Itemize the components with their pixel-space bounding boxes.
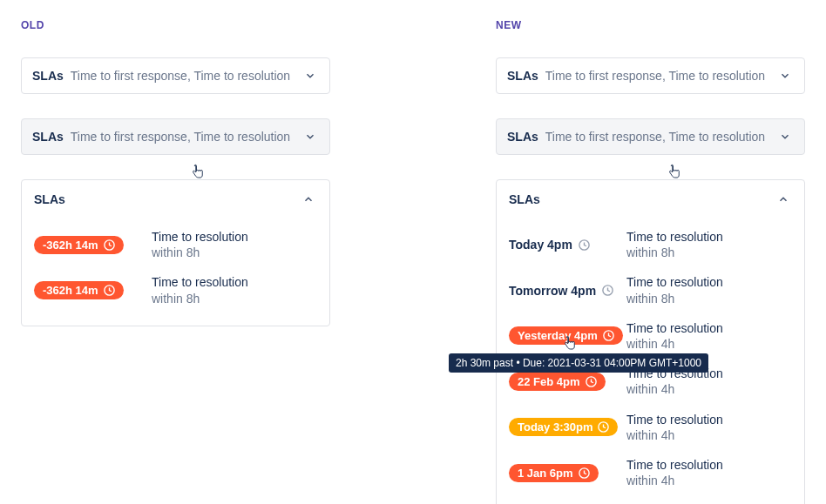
old-sla-field-hover[interactable]: SLAs Time to first response, Time to res… (21, 118, 330, 155)
panel-header[interactable]: SLAs (497, 180, 804, 218)
field-value: Time to first response, Time to resoluti… (545, 69, 776, 83)
chevron-down-icon (301, 67, 319, 84)
field-value: Time to first response, Time to resoluti… (71, 130, 301, 144)
chevron-down-icon (301, 128, 319, 145)
sla-within: within 8h (626, 245, 792, 260)
field-label: SLAs (507, 69, 538, 83)
sla-within: within 8h (152, 291, 317, 306)
clock-icon (103, 284, 116, 297)
chevron-up-icon (300, 191, 317, 208)
clock-icon (103, 239, 116, 252)
old-column: OLD SLAs Time to first response, Time to… (21, 19, 330, 504)
sla-name: Time to resolution (626, 274, 792, 290)
sla-badge: -362h 14m (34, 281, 124, 299)
sla-tooltip: 2h 30m past • Due: 2021-03-31 04:00PM GM… (449, 353, 708, 373)
panel-title: SLAs (509, 192, 540, 206)
sla-badge: -362h 14m (34, 236, 124, 254)
sla-time-plain: Tomorrow 4pm (509, 284, 614, 298)
field-label: SLAs (32, 69, 64, 83)
new-column: NEW SLAs Time to first response, Time to… (496, 19, 805, 504)
new-sla-panel: SLAs Today 4pmTime to resolutionwithin 8… (496, 179, 805, 504)
sla-row[interactable]: 1 Jan 6pmTime to resolutionwithin 4h (509, 450, 792, 495)
sla-row[interactable]: -362h 14mTime to resolutionwithin 8h (34, 267, 317, 312)
old-sla-field-collapsed[interactable]: SLAs Time to first response, Time to res… (21, 57, 330, 94)
field-label: SLAs (32, 130, 64, 144)
clock-icon (602, 329, 615, 342)
chevron-up-icon (775, 191, 792, 208)
panel-header[interactable]: SLAs (22, 180, 329, 218)
sla-name: Time to resolution (626, 412, 792, 427)
new-heading: NEW (496, 19, 805, 31)
sla-name: Time to resolution (152, 274, 317, 290)
field-label: SLAs (507, 130, 538, 144)
old-heading: OLD (21, 19, 330, 31)
sla-within: within 4h (626, 427, 792, 443)
field-value: Time to first response, Time to resoluti… (71, 69, 301, 83)
sla-time-plain: Today 4pm (509, 238, 591, 252)
sla-row[interactable]: Yesterday 4pmTime to resolutionwithin 4h (509, 313, 792, 359)
field-value: Time to first response, Time to resoluti… (545, 130, 776, 144)
sla-name: Time to resolution (626, 457, 792, 473)
clock-icon (578, 239, 591, 252)
clock-icon (578, 467, 591, 480)
sla-badge: Today 3:30pm (509, 418, 618, 436)
sla-within: within 4h (626, 381, 792, 397)
sla-badge: 22 Feb 4pm (509, 373, 606, 391)
chevron-down-icon (776, 67, 794, 84)
sla-name: Time to resolution (626, 320, 792, 336)
sla-row[interactable]: -362h 14mTime to resolutionwithin 8h (34, 222, 317, 267)
sla-row[interactable]: Today 3:30pmTime to resolutionwithin 4h (509, 405, 792, 450)
clock-icon (601, 284, 614, 297)
new-sla-field-hover[interactable]: SLAs Time to first response, Time to res… (496, 118, 805, 155)
sla-name: Time to resolution (626, 229, 792, 245)
sla-within: within 4h (626, 336, 792, 352)
sla-badge: 1 Jan 6pm (509, 464, 599, 482)
panel-title: SLAs (34, 192, 65, 206)
sla-within: within 4h (626, 473, 792, 488)
sla-within: within 8h (152, 245, 317, 260)
panel-body: -362h 14mTime to resolutionwithin 8h-362… (22, 218, 329, 326)
clock-icon (597, 420, 610, 433)
sla-row[interactable]: Tomorrow 4pmTime to resolutionwithin 8h (509, 267, 792, 312)
old-sla-panel: SLAs -362h 14mTime to resolutionwithin 8… (21, 179, 330, 326)
sla-within: within 8h (626, 291, 792, 306)
sla-badge: Yesterday 4pm (509, 326, 623, 345)
sla-row[interactable]: Today 4pmTime to resolutionwithin 8h (509, 222, 792, 267)
sla-name: Time to resolution (152, 229, 317, 245)
chevron-down-icon (776, 128, 794, 145)
clock-icon (585, 375, 598, 388)
new-sla-field-collapsed[interactable]: SLAs Time to first response, Time to res… (496, 57, 805, 94)
